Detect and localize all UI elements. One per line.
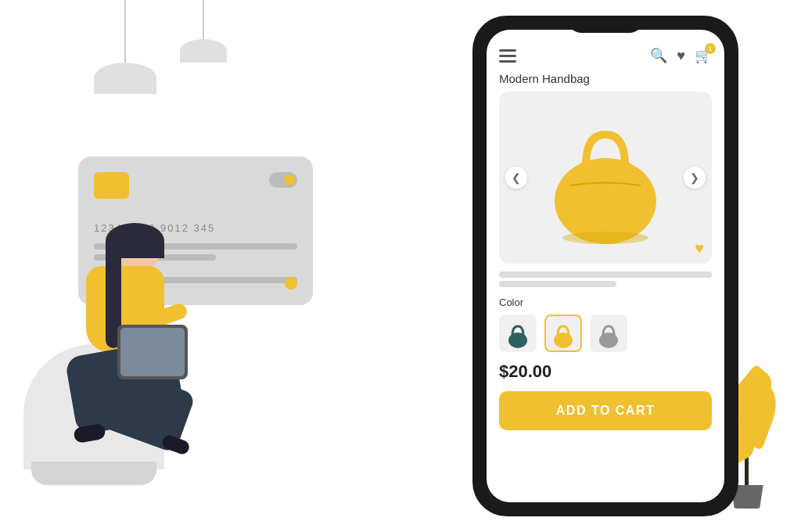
person-tablet	[117, 325, 188, 379]
card-chip	[94, 172, 129, 199]
card-bottom-dot	[285, 277, 297, 289]
product-meta	[487, 264, 724, 292]
product-title: Modern Handbag	[487, 72, 724, 92]
person-shoe-right	[160, 433, 191, 456]
svg-point-5	[554, 332, 573, 348]
product-meta-line2	[499, 281, 616, 287]
svg-point-3	[562, 232, 648, 244]
color-section: Color	[487, 292, 724, 357]
header-icons: 🔍 ♥ 🛒 1	[650, 47, 712, 64]
favorite-heart-icon[interactable]: ♥	[695, 239, 704, 257]
phone-notch	[566, 16, 645, 33]
svg-point-4	[508, 332, 527, 348]
lamp-left	[94, 0, 156, 94]
phone-screen: 🔍 ♥ 🛒 1 Modern Handbag ❮	[487, 30, 724, 502]
svg-point-6	[599, 332, 618, 348]
image-nav-next[interactable]: ❯	[684, 167, 706, 189]
color-option-dark[interactable]	[499, 315, 537, 352]
color-option-gray[interactable]	[590, 315, 627, 352]
wishlist-icon[interactable]: ♥	[677, 48, 685, 64]
color-options	[499, 315, 712, 352]
person-hair	[106, 223, 164, 258]
product-image-area: ❮ ❯ ♥	[499, 92, 712, 264]
svg-point-2	[555, 158, 656, 244]
image-nav-prev[interactable]: ❮	[505, 167, 527, 189]
lamp-right	[180, 0, 227, 63]
add-to-cart-button[interactable]: ADD TO CART	[499, 391, 712, 430]
hamburger-menu-icon[interactable]	[499, 49, 516, 63]
product-meta-line1	[499, 271, 712, 278]
color-option-yellow[interactable]	[544, 315, 582, 352]
product-price: $20.00	[487, 357, 724, 386]
phone-header: 🔍 ♥ 🛒 1	[487, 30, 724, 72]
handbag-image	[543, 111, 668, 244]
person-shoe-left	[73, 422, 106, 444]
color-label: Color	[499, 297, 712, 308]
cart-badge: 1	[705, 43, 716, 54]
card-toggle	[269, 172, 297, 188]
cart-icon[interactable]: 🛒 1	[695, 47, 712, 64]
scene: 1234 5678 9012 345	[0, 0, 801, 532]
person	[63, 223, 219, 489]
search-icon[interactable]: 🔍	[650, 47, 667, 64]
smartphone: 🔍 ♥ 🛒 1 Modern Handbag ❮	[472, 16, 738, 516]
